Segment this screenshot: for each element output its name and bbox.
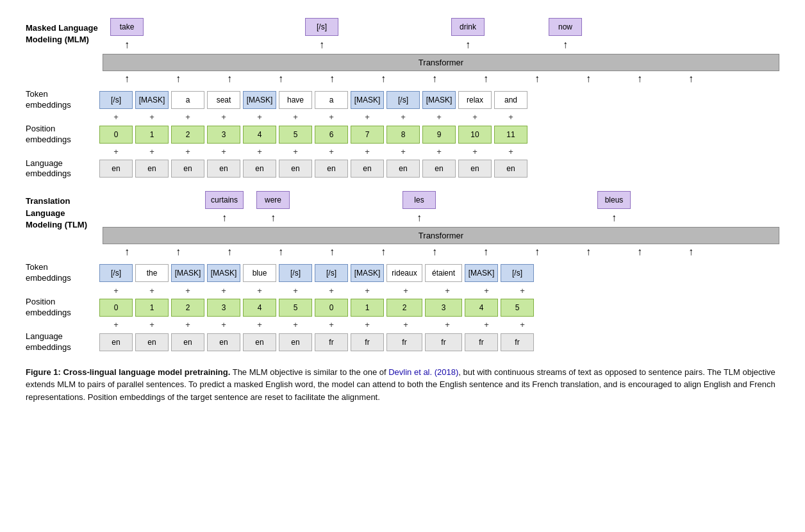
tlm-tok-3: [MASK]: [207, 264, 240, 282]
tlm-lang-10: fr: [465, 333, 498, 351]
plus2-5: +: [279, 147, 312, 157]
tlm-pred-curtains: curtains: [205, 191, 244, 209]
plus-1: +: [135, 112, 169, 122]
tlm-pred-cell-10: bleus ↑: [590, 191, 638, 224]
arrow-4: ↑: [319, 38, 324, 51]
pred-cell-7: drink ↑: [444, 18, 492, 51]
plus-11: +: [494, 112, 527, 122]
tlm-lang-5: en: [279, 333, 312, 351]
caption-bold: Cross-lingual language model pretraining…: [63, 367, 231, 377]
caption-text-1: The MLM objective is similar to the one …: [233, 367, 389, 377]
tlm-tok-5: [/s]: [279, 264, 312, 282]
caption-figure-num: Figure 1:: [26, 367, 61, 377]
tlm-plus2-8: +: [386, 320, 425, 330]
plus-0: +: [99, 112, 133, 122]
mlm-lang-label: Languageembeddings: [26, 158, 99, 180]
pred-cell-0: take ↑: [103, 18, 151, 51]
mlm-lang-7: en: [351, 160, 384, 178]
pred-cell-4: [/s] ↑: [297, 18, 346, 51]
tlm-pos-9: 3: [425, 299, 462, 317]
tlm-pos-boxes: 0 1 2 3 4 5 0 1 2 3 4 5: [99, 299, 534, 317]
mlm-pos-1: 1: [135, 126, 169, 144]
mlm-lang-2: en: [171, 160, 204, 178]
mlm-tok-0: [/s]: [99, 91, 133, 109]
pred-token-s: [/s]: [305, 18, 338, 36]
plus2-6: +: [315, 147, 348, 157]
tlm-arr-up-6: ↑: [410, 245, 459, 258]
plus2-3: +: [207, 147, 240, 157]
tlm-arr-up-1: ↑: [154, 245, 203, 258]
mlm-tok-6: a: [315, 91, 348, 109]
arr-up-7: ↑: [461, 72, 510, 85]
mlm-lang-4: en: [243, 160, 276, 178]
tlm-pos-10: 4: [465, 299, 498, 317]
tlm-pos-emb-row: Positionembeddings 0 1 2 3 4 5 0 1 2 3 4…: [26, 297, 779, 319]
tlm-arr-up-0: ↑: [103, 245, 151, 258]
plus2-9: +: [422, 147, 456, 157]
tlm-pos-1: 1: [135, 299, 169, 317]
tlm-lang-2: en: [171, 333, 204, 351]
tlm-arr-up-8: ↑: [513, 245, 561, 258]
arrow-7: ↑: [465, 38, 470, 51]
tlm-tok-9: étaient: [425, 264, 462, 282]
mlm-pos-7: 7: [351, 126, 384, 144]
tlm-lang-4: en: [243, 333, 276, 351]
tlm-arrow-2: ↑: [222, 212, 227, 224]
mlm-lang-3: en: [207, 160, 240, 178]
arr-up-9: ↑: [564, 72, 613, 85]
mlm-tok-9: [MASK]: [422, 91, 456, 109]
tlm-transformer-bar: Transformer: [103, 227, 779, 244]
tlm-plus2-11: +: [506, 320, 539, 330]
mlm-pos-2: 2: [171, 126, 204, 144]
mlm-tok-1: [MASK]: [135, 91, 169, 109]
tlm-lang-6: fr: [315, 333, 348, 351]
mlm-pos-boxes: 0 1 2 3 4 5 6 7 8 9 10 11: [99, 126, 527, 144]
mlm-pos-label: Positionembeddings: [26, 124, 99, 145]
tlm-pos-3: 3: [207, 299, 240, 317]
plus-2: +: [171, 112, 204, 122]
tlm-plus-4: +: [243, 285, 276, 295]
plus2-7: +: [351, 147, 384, 157]
tlm-plus-2: +: [171, 285, 204, 295]
mlm-pos-3: 3: [207, 126, 240, 144]
tlm-pos-6: 0: [315, 299, 348, 317]
mlm-plus-signs-2: + + + + + + + + + + + +: [99, 147, 527, 157]
tlm-token-boxes: [/s] the [MASK] [MASK] blue [/s] [/s] [M…: [99, 264, 534, 282]
tlm-plus2-0: +: [99, 320, 133, 330]
plus-6: +: [315, 112, 348, 122]
tlm-plus2-3: +: [207, 320, 240, 330]
tlm-plus-3: +: [207, 285, 240, 295]
mlm-main: take ↑ [/s] ↑ drink ↑ now: [103, 19, 779, 87]
tlm-lang-3: en: [207, 333, 240, 351]
mlm-pos-10: 10: [458, 126, 492, 144]
tlm-plus-7: +: [351, 285, 384, 295]
mlm-pos-4: 4: [243, 126, 276, 144]
caption-link[interactable]: Devlin et al. (2018): [388, 367, 458, 377]
tlm-section: Translation LanguageModeling (TLM) curta…: [26, 192, 779, 260]
tlm-pos-5: 5: [279, 299, 312, 317]
arr-up-8: ↑: [513, 72, 561, 85]
mlm-tok-4: [MASK]: [243, 91, 276, 109]
tlm-plus2-5: +: [279, 320, 312, 330]
tlm-plus-10: +: [470, 285, 503, 295]
tlm-main: curtains ↑ were ↑ les ↑ bleus ↑: [103, 192, 779, 260]
mlm-pos-8: 8: [386, 126, 420, 144]
mlm-pos-5: 5: [279, 126, 312, 144]
diagram-container: Masked LanguageModeling (MLM) take ↑ [/s…: [13, 13, 792, 410]
tlm-arrow-6: ↑: [417, 212, 422, 224]
tlm-tok-1: the: [135, 264, 169, 282]
arr-up-5: ↑: [359, 72, 408, 85]
tlm-arr-up-3: ↑: [256, 245, 305, 258]
mlm-lang-6: en: [315, 160, 348, 178]
plus2-11: +: [494, 147, 527, 157]
plus-8: +: [386, 112, 420, 122]
arrow-0: ↑: [124, 38, 129, 51]
mlm-pos-9: 9: [422, 126, 456, 144]
tlm-arr-up-11: ↑: [667, 245, 715, 258]
arr-up-0: ↑: [103, 72, 151, 85]
tlm-arrows-from-transformer: ↑ ↑ ↑ ↑ ↑ ↑ ↑ ↑ ↑ ↑ ↑ ↑: [103, 245, 779, 258]
tlm-arr-up-9: ↑: [564, 245, 613, 258]
tlm-pred-cell-6: les ↑: [395, 191, 444, 224]
tlm-plus2-10: +: [470, 320, 503, 330]
arr-up-10: ↑: [615, 72, 664, 85]
